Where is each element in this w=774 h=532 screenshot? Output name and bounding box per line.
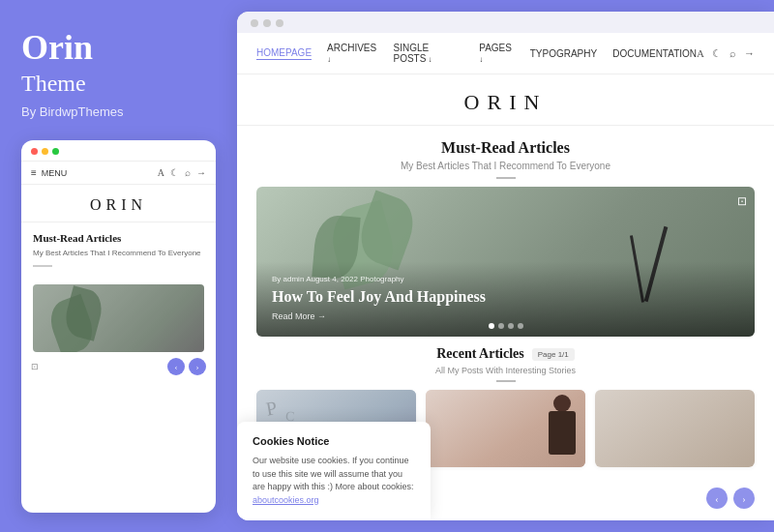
slider-dot-2[interactable] (498, 323, 504, 329)
cookie-text: Our website use cookies. If you continue… (253, 455, 415, 507)
cookie-notice: Cookies Notice Our website use cookies. … (237, 422, 431, 520)
article-card-2 (426, 390, 585, 467)
article-card-3 (595, 390, 755, 467)
site-logo-section: ORIN (237, 74, 774, 126)
site-logo: ORIN (237, 90, 774, 115)
recent-title: Recent Articles (436, 346, 524, 362)
nav-archives[interactable]: ARCHIVES (327, 43, 377, 64)
recent-subtitle: All My Posts With Interesting Stories (237, 366, 774, 375)
mini-divider (33, 265, 52, 267)
recent-articles-header: Recent Articles Page 1/1 (237, 337, 774, 366)
hero-section-header: Must-Read Articles My Best Articles That… (237, 126, 774, 187)
cookie-link[interactable]: aboutcookies.org (253, 495, 319, 505)
nav-arrow-icon[interactable]: → (744, 47, 755, 59)
prev-arrow-button[interactable]: ‹ (167, 358, 185, 375)
mini-window-controls (21, 140, 216, 161)
slider-dots (489, 323, 523, 329)
mini-dot-red (31, 148, 38, 155)
mini-dot-green (52, 148, 59, 155)
mini-nav-bar: ≡ MENU A ☾ ⌕ → (21, 161, 216, 185)
next-arrow-button[interactable]: › (189, 358, 206, 375)
browser-dot-2 (263, 19, 271, 27)
mini-nav-right: A ☾ ⌕ → (158, 167, 206, 178)
nav-icons: A ☾ ⌕ → (697, 47, 755, 60)
browser-dot-1 (251, 19, 258, 27)
mini-dark-icon: ☾ (170, 167, 179, 178)
search-icon[interactable]: ⌕ (729, 47, 736, 59)
left-panel: Orin Theme By BirdwpThemes ≡ MENU A ☾ ⌕ … (0, 0, 237, 532)
person-head (553, 395, 571, 412)
nav-homepage[interactable]: HOMEPAGE (256, 47, 312, 60)
nav-links: HOMEPAGE ARCHIVES SINGLE POSTS PAGES TYP… (256, 43, 697, 64)
nav-typography[interactable]: TYPOGRAPHY (530, 48, 597, 59)
featured-text-area: By admin August 4, 2022 Photography How … (272, 275, 739, 321)
mini-featured-wrap (21, 284, 216, 352)
page-badge: Page 1/1 (532, 348, 575, 361)
slider-dot-3[interactable] (508, 323, 514, 329)
card1-letter1: P (264, 397, 279, 421)
arrow-buttons: ‹ › (167, 358, 206, 375)
featured-expand-icon[interactable]: ⊡ (737, 194, 747, 209)
slider-dot-4[interactable] (518, 323, 523, 329)
mini-site-logo: ORIN (21, 196, 216, 214)
mini-featured-overlay (33, 284, 204, 352)
articles-next-button[interactable]: › (733, 488, 755, 509)
mini-dot-yellow (42, 148, 48, 155)
slider-dot-1[interactable] (489, 323, 494, 329)
mini-featured-image (33, 284, 204, 352)
mini-nav-arrows: ⊡ ‹ › (21, 352, 216, 379)
product-title: Orin (21, 29, 216, 68)
dark-mode-icon[interactable]: ☾ (712, 47, 722, 60)
person-body (549, 411, 576, 455)
mini-section-title: Must-Read Articles (33, 232, 204, 244)
nav-pages[interactable]: PAGES (479, 43, 515, 64)
articles-prev-button[interactable]: ‹ (706, 488, 728, 509)
mini-arrow-icon: → (196, 167, 206, 178)
hero-title: Must-Read Articles (237, 139, 774, 157)
recent-divider (496, 380, 516, 382)
hero-subtitle: My Best Articles That I Recommend To Eve… (237, 161, 774, 171)
mini-section-desc: My Best Articles That I Recommend To Eve… (33, 248, 204, 258)
browser-dot-3 (276, 19, 283, 27)
mini-nav-left: ≡ MENU (31, 167, 67, 178)
mini-preview-card: ≡ MENU A ☾ ⌕ → ORIN Must-Read Articles M… (21, 140, 216, 513)
product-by: By BirdwpThemes (21, 104, 216, 119)
recent-section-wrapper: Recent Articles Page 1/1 All My Posts Wi… (237, 337, 774, 520)
mini-menu-label: MENU (42, 168, 68, 178)
featured-image-wrapper: By admin August 4, 2022 Photography How … (256, 187, 755, 337)
featured-meta: By admin August 4, 2022 Photography (272, 275, 739, 283)
mini-font-icon: A (158, 167, 164, 178)
product-subtitle: Theme (21, 70, 216, 98)
browser-chrome (237, 12, 774, 33)
featured-readmore-link[interactable]: Read More → (272, 311, 739, 321)
article-nav-buttons: ‹ › (706, 488, 755, 509)
mini-content: Must-Read Articles My Best Articles That… (21, 222, 216, 283)
nav-single-posts[interactable]: SINGLE POSTS (393, 43, 463, 64)
browser-content: HOMEPAGE ARCHIVES SINGLE POSTS PAGES TYP… (237, 33, 774, 520)
cookie-title: Cookies Notice (253, 435, 415, 447)
expand-icon: ⊡ (31, 362, 39, 371)
hero-divider (496, 177, 516, 179)
font-size-icon[interactable]: A (697, 47, 704, 59)
site-navigation: HOMEPAGE ARCHIVES SINGLE POSTS PAGES TYP… (237, 33, 774, 74)
right-panel: HOMEPAGE ARCHIVES SINGLE POSTS PAGES TYP… (237, 12, 774, 520)
nav-documentation[interactable]: DOCUMENTATION (612, 48, 697, 59)
mini-logo-section: ORIN (21, 185, 216, 222)
featured-headline: How To Feel Joy And Happiness (272, 287, 739, 306)
hamburger-icon: ≡ (31, 167, 37, 178)
mini-search-icon: ⌕ (185, 167, 191, 178)
